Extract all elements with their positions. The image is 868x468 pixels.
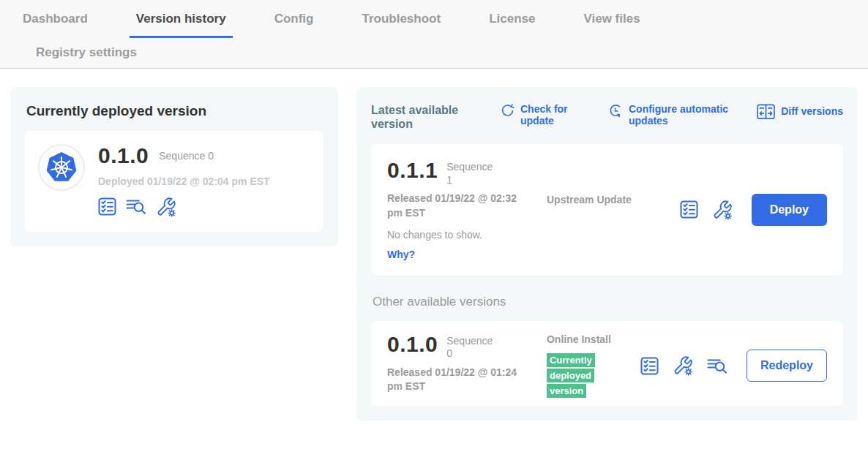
check-for-update-link[interactable]: Check for update	[500, 103, 586, 127]
other-config-button[interactable]	[673, 355, 693, 376]
configure-automatic-updates-link[interactable]: Configure automatic updates	[608, 103, 752, 127]
latest-version-info: 0.1.1 Sequence 1 Released 01/19/22 @ 02:…	[387, 159, 547, 260]
latest-source-label: Upstream Update	[547, 159, 640, 207]
latest-preflight-checklist-button[interactable]	[680, 200, 698, 219]
why-link[interactable]: Why?	[387, 249, 415, 260]
tab-version-history[interactable]: Version history	[130, 12, 233, 38]
currently-deployed-badge: Currently deployed version	[547, 352, 605, 399]
checklist-icon	[98, 197, 116, 216]
log-search-icon	[126, 197, 146, 216]
other-version-number: 0.1.0	[387, 333, 438, 356]
other-source-column: Online Install Currently deployed versio…	[547, 333, 640, 399]
wrench-gear-icon	[712, 200, 733, 220]
tab-config[interactable]: Config	[268, 12, 321, 38]
currently-deployed-title: Currently deployed version	[26, 103, 322, 119]
other-versions-title: Other available versions	[373, 295, 842, 309]
diff-versions-icon	[757, 104, 775, 120]
view-config-button[interactable]	[156, 197, 176, 217]
configure-automatic-updates-label: Configure automatic updates	[629, 103, 752, 127]
checklist-icon	[680, 200, 698, 219]
other-sequence-label: Sequence 0	[446, 333, 498, 361]
refresh-icon	[500, 104, 515, 118]
wrench-gear-icon	[156, 197, 176, 217]
schedule-update-icon	[608, 104, 623, 118]
latest-config-button[interactable]	[712, 200, 733, 220]
preflight-checklist-button[interactable]	[98, 197, 116, 216]
tab-troubleshoot[interactable]: Troubleshoot	[355, 12, 447, 38]
main-content: Currently deployed version	[0, 69, 868, 420]
other-view-logs-button[interactable]	[707, 357, 727, 375]
other-version-card: 0.1.0 Sequence 0 Released 01/19/22 @ 01:…	[371, 321, 843, 407]
checklist-icon	[640, 357, 659, 375]
latest-available-title: Latest available version	[371, 103, 482, 131]
deployed-version-info: 0.1.0 Sequence 0 Deployed 01/19/22 @ 02:…	[98, 144, 270, 217]
latest-actions: Deploy	[680, 194, 827, 226]
latest-changes-text: No changes to show.	[387, 229, 547, 241]
latest-version-number: 0.1.1	[387, 159, 438, 182]
view-logs-button[interactable]	[126, 197, 146, 216]
tab-license[interactable]: License	[482, 12, 542, 38]
check-for-update-label: Check for update	[520, 103, 586, 127]
latest-available-header: Latest available version Check for updat…	[371, 103, 843, 131]
diff-versions-link[interactable]: Diff versions	[757, 103, 843, 120]
currently-deployed-badge-label: Currently deployed version	[547, 353, 595, 398]
app-logo	[38, 144, 85, 191]
diff-versions-label: Diff versions	[781, 105, 843, 117]
latest-version-card: 0.1.1 Sequence 1 Released 01/19/22 @ 02:…	[371, 144, 843, 275]
tab-dashboard[interactable]: Dashboard	[16, 12, 94, 38]
other-preflight-checklist-button[interactable]	[640, 357, 659, 375]
tab-view-files[interactable]: View files	[577, 12, 646, 38]
other-actions: Redeploy	[640, 350, 827, 382]
deployed-version-card: 0.1.0 Sequence 0 Deployed 01/19/22 @ 02:…	[25, 131, 323, 232]
other-version-info: 0.1.0 Sequence 0 Released 01/19/22 @ 01:…	[387, 333, 547, 394]
kubernetes-icon	[45, 151, 78, 184]
wrench-gear-icon	[673, 355, 693, 376]
tab-registry-settings[interactable]: Registry settings	[29, 45, 143, 60]
currently-deployed-panel: Currently deployed version	[10, 87, 338, 246]
latest-released-timestamp: Released 01/19/22 @ 02:32 pm EST	[387, 192, 528, 220]
deployed-version-number: 0.1.0	[98, 144, 149, 167]
deployed-timestamp: Deployed 01/19/22 @ 02:04 pm EST	[98, 176, 270, 187]
nav-row-primary: Dashboard Version history Config Trouble…	[0, 12, 868, 38]
other-source-label: Online Install	[547, 333, 640, 347]
redeploy-button[interactable]: Redeploy	[747, 350, 827, 382]
top-navbar: Dashboard Version history Config Trouble…	[0, 0, 868, 69]
other-released-timestamp: Released 01/19/22 @ 01:24 pm EST	[387, 366, 528, 394]
latest-sequence-label: Sequence 1	[446, 159, 498, 186]
available-versions-panel: Latest available version Check for updat…	[356, 87, 858, 420]
deploy-button[interactable]: Deploy	[752, 194, 827, 226]
nav-row-secondary: Registry settings	[0, 38, 868, 68]
deployed-sequence-label: Sequence 0	[159, 150, 214, 162]
log-search-icon	[707, 357, 727, 375]
